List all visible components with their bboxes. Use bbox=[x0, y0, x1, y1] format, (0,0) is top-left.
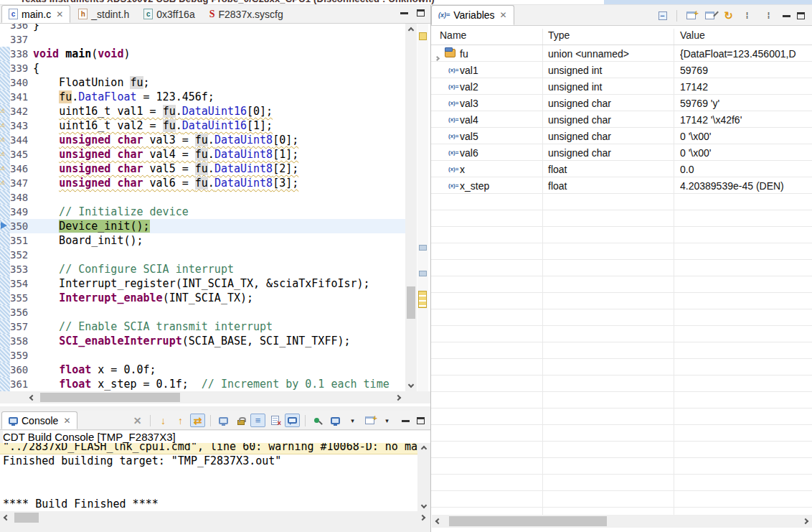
variable-row-x_step[interactable]: (x)=x_stepfloat4.20389539e-45 (DEN) bbox=[431, 177, 812, 194]
gutter[interactable] bbox=[0, 262, 10, 276]
tab-0x3ff16a[interactable]: c0x3ff16a bbox=[137, 5, 201, 23]
code-line-342[interactable]: ⚠342 uint16_t val1 = fu.DataUint16[0]; bbox=[0, 104, 405, 118]
code-line-361[interactable]: 361 float x_step = 0.1f; // Increment by… bbox=[0, 377, 405, 391]
line-number[interactable]: 338 bbox=[10, 48, 33, 60]
line-number[interactable]: 336 bbox=[10, 24, 33, 31]
line-number[interactable]: 351 bbox=[10, 235, 33, 246]
open-console-icon[interactable]: + bbox=[362, 414, 377, 427]
code-line-355[interactable]: 355 Interrupt_enable(INT_SCIA_TX); bbox=[0, 291, 405, 305]
tab-f2837x-syscfg[interactable]: SF2837x.syscfg bbox=[203, 5, 290, 23]
terminate-icon[interactable]: ✕ bbox=[130, 414, 145, 427]
refresh-icon[interactable]: ↻ bbox=[721, 9, 736, 22]
gutter[interactable] bbox=[0, 47, 10, 61]
column-header-type[interactable]: Type bbox=[548, 29, 570, 41]
close-icon[interactable]: ✕ bbox=[500, 10, 507, 20]
gutter[interactable]: ⚠ bbox=[0, 176, 10, 190]
code-line-352[interactable]: 352 bbox=[0, 248, 405, 262]
gutter[interactable] bbox=[0, 190, 10, 205]
column-header-value[interactable]: Value bbox=[680, 29, 705, 41]
code-line-340[interactable]: 340 FloatUnion fu; bbox=[0, 75, 405, 90]
code-line-338[interactable]: 338void main(void) bbox=[0, 47, 405, 61]
scrollbar-thumb[interactable] bbox=[14, 513, 39, 523]
line-number[interactable]: 358 bbox=[10, 335, 33, 347]
tab--stdint-h[interactable]: h_stdint.h bbox=[72, 5, 136, 23]
line-number[interactable]: 347 bbox=[10, 177, 33, 189]
line-number[interactable]: 359 bbox=[10, 350, 33, 361]
code-line-337[interactable]: 337 bbox=[0, 32, 405, 47]
code-area[interactable]: 336}337338void main(void)339{340 FloatUn… bbox=[0, 24, 405, 391]
gutter[interactable]: ⚠ bbox=[0, 162, 10, 176]
gutter[interactable] bbox=[0, 334, 10, 348]
variables-table[interactable]: fuunion <unnamed>{DataFloat=123.456001,D… bbox=[431, 45, 812, 515]
scroll-left-icon[interactable] bbox=[1, 511, 11, 524]
line-number[interactable]: 345 bbox=[10, 149, 33, 160]
scroll-right-icon[interactable] bbox=[801, 515, 811, 528]
code-line-344[interactable]: ⚠344 unsigned char val3 = fu.DataUint8[0… bbox=[0, 133, 405, 147]
variable-row-val4[interactable]: (x)=val4unsigned char17142 '\x42f6' bbox=[431, 111, 812, 128]
word-wrap-icon[interactable]: ≡ bbox=[250, 414, 265, 427]
gutter[interactable] bbox=[0, 348, 10, 363]
scrollbar-thumb[interactable] bbox=[407, 286, 415, 319]
code-line-356[interactable]: 356 bbox=[0, 305, 405, 319]
gutter[interactable]: ⚠ bbox=[0, 147, 10, 162]
pin-console-icon[interactable] bbox=[311, 414, 326, 427]
gutter[interactable] bbox=[0, 319, 10, 334]
line-number[interactable]: 340 bbox=[10, 77, 33, 88]
line-number[interactable]: 339 bbox=[10, 62, 33, 74]
gutter[interactable] bbox=[0, 24, 10, 32]
close-icon[interactable]: ✕ bbox=[56, 9, 63, 19]
next-annotation-icon[interactable]: ↓ bbox=[156, 414, 171, 427]
gutter[interactable]: ⚠ bbox=[0, 133, 10, 147]
variable-row-val6[interactable]: (x)=val6unsigned char0 '\x00' bbox=[431, 144, 812, 161]
code-line-350[interactable]: 350 Device_init(); bbox=[0, 219, 405, 233]
minimize-icon[interactable] bbox=[783, 14, 790, 17]
overview-warning-marker[interactable] bbox=[419, 32, 427, 40]
tab-console[interactable]: Console ✕ bbox=[1, 411, 77, 429]
view-menu-icon[interactable]: ⁞ bbox=[761, 9, 776, 22]
overview-ruler[interactable] bbox=[417, 24, 428, 391]
maximize-icon[interactable] bbox=[417, 417, 425, 424]
clear-console-icon[interactable]: × bbox=[268, 414, 283, 427]
line-number[interactable]: 346 bbox=[10, 163, 33, 174]
scrollbar-thumb[interactable] bbox=[40, 393, 180, 402]
code-line-351[interactable]: 351 Board_init(); bbox=[0, 233, 405, 248]
code-line-336[interactable]: 336} bbox=[0, 24, 405, 32]
gutter[interactable] bbox=[0, 291, 10, 305]
gutter[interactable] bbox=[0, 276, 10, 291]
gutter[interactable] bbox=[0, 75, 10, 90]
scroll-left-icon[interactable] bbox=[433, 515, 443, 528]
tab-variables[interactable]: (x)= Variables ✕ bbox=[431, 5, 514, 25]
editor-horizontal-scrollbar[interactable] bbox=[0, 391, 430, 403]
overview-marker[interactable] bbox=[419, 245, 427, 251]
gutter[interactable] bbox=[0, 219, 10, 233]
new-expression-icon[interactable]: + bbox=[684, 9, 699, 22]
close-icon[interactable]: ✕ bbox=[63, 416, 70, 426]
console-horizontal-scrollbar[interactable] bbox=[0, 511, 430, 524]
variable-row-x[interactable]: (x)=xfloat0.0 bbox=[431, 161, 812, 177]
variable-row-val3[interactable]: (x)=val3unsigned char59769 'y' bbox=[431, 95, 812, 111]
debug-view-row[interactable]: Texas Instruments XDS100v2 USB Debug Pro… bbox=[0, 0, 812, 5]
overview-marker[interactable] bbox=[419, 271, 427, 276]
gutter[interactable] bbox=[0, 32, 10, 47]
gutter[interactable] bbox=[0, 90, 10, 104]
line-number[interactable]: 356 bbox=[10, 307, 33, 318]
gutter[interactable] bbox=[0, 205, 10, 219]
code-line-357[interactable]: 357 // Enable SCIA transmit interrupt bbox=[0, 319, 405, 334]
minimize-icon[interactable] bbox=[402, 419, 410, 422]
maximize-icon[interactable] bbox=[797, 12, 805, 19]
code-line-346[interactable]: ⚠346 unsigned char val5 = fu.DataUint8[2… bbox=[0, 162, 405, 176]
gutter[interactable] bbox=[0, 305, 10, 319]
code-line-354[interactable]: 354 Interrupt_register(INT_SCIA_TX, &sci… bbox=[0, 276, 405, 291]
line-number[interactable]: 352 bbox=[10, 249, 33, 261]
code-line-349[interactable]: 349 // Initialize device bbox=[0, 205, 405, 219]
line-number[interactable]: 361 bbox=[10, 378, 33, 390]
code-line-345[interactable]: ⚠345 unsigned char val4 = fu.DataUint8[1… bbox=[0, 147, 405, 162]
code-line-353[interactable]: 353 // Configure SCIA interrupt bbox=[0, 262, 405, 276]
variable-row-val2[interactable]: (x)=val2unsigned int17142 bbox=[431, 78, 812, 95]
sync-icon[interactable]: ⇄ bbox=[190, 414, 205, 427]
code-line-339[interactable]: 339{ bbox=[0, 61, 405, 75]
console-output[interactable]: "../2837xD_FLASH_lnk_cpu1.cmd", line 60:… bbox=[0, 443, 417, 511]
gutter[interactable] bbox=[0, 248, 10, 262]
variable-row-val1[interactable]: (x)=val1unsigned int59769 bbox=[431, 62, 812, 78]
line-number[interactable]: 350 bbox=[10, 220, 33, 232]
